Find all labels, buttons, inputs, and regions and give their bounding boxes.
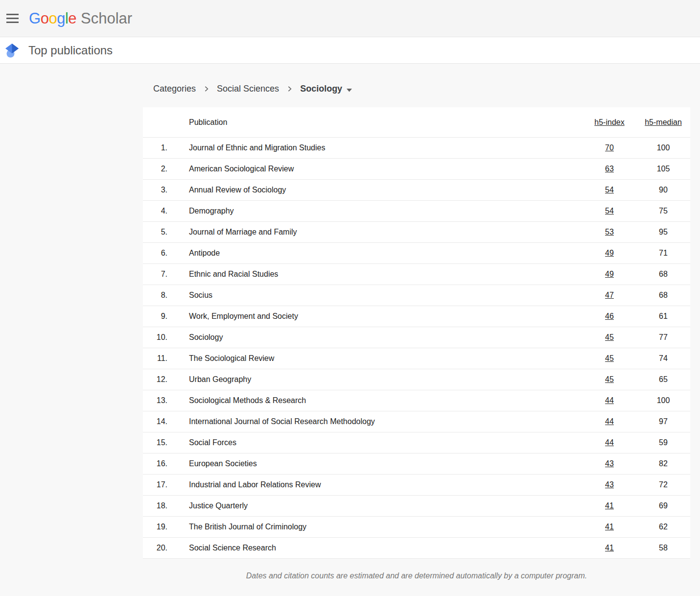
publication-name: Demography: [167, 207, 583, 215]
publication-name: Antipode: [167, 249, 583, 258]
h5-index-link[interactable]: 45: [605, 333, 614, 341]
scholar-logo-text: Scholar: [81, 10, 132, 27]
main-content: Categories Social Sciences Sociology Pub…: [0, 64, 700, 580]
google-logo-letters: Google: [29, 10, 76, 27]
h5-median-value: 105: [636, 165, 690, 173]
publication-name: Industrial and Labor Relations Review: [167, 480, 583, 489]
chevron-right-icon: [203, 85, 210, 93]
h5-median-value: 95: [636, 228, 690, 237]
breadcrumb-social-sciences[interactable]: Social Sciences: [217, 84, 279, 94]
table-row: 16. European Societies 43 82: [143, 453, 690, 474]
table-row: 7. Ethnic and Racial Studies 49 68: [143, 263, 690, 285]
h5-index-link[interactable]: 43: [605, 459, 614, 468]
h5-index-link[interactable]: 44: [605, 417, 614, 426]
h5-median-value: 61: [636, 312, 690, 321]
row-rank: 14.: [143, 417, 167, 426]
h5-median-value: 77: [636, 333, 690, 342]
h5-median-value: 59: [636, 438, 690, 447]
row-rank: 20.: [143, 544, 167, 552]
table-row: 3. Annual Review of Sociology 54 90: [143, 179, 690, 200]
h5-index-link[interactable]: 54: [605, 186, 614, 194]
h5-median-value: 82: [636, 459, 690, 468]
h5-median-value: 75: [636, 207, 690, 215]
row-rank: 12.: [143, 375, 167, 384]
table-row: 11. The Sociological Review 45 74: [143, 348, 690, 369]
row-rank: 19.: [143, 523, 167, 531]
h5-median-value: 68: [636, 291, 690, 300]
publication-name: The Sociological Review: [167, 354, 583, 363]
publication-name: International Journal of Social Research…: [167, 417, 583, 426]
chevron-right-icon: [286, 85, 293, 93]
row-rank: 8.: [143, 291, 167, 300]
footnote: Dates and citation counts are estimated …: [143, 572, 690, 580]
row-rank: 3.: [143, 186, 167, 194]
table-row: 5. Journal of Marriage and Family 53 95: [143, 221, 690, 242]
hamburger-menu-button[interactable]: [0, 7, 24, 30]
breadcrumb: Categories Social Sciences Sociology: [153, 82, 700, 95]
table-row: 20. Social Science Research 41 58: [143, 537, 690, 558]
publication-name: Social Science Research: [167, 544, 583, 552]
h5-median-value: 97: [636, 417, 690, 426]
table-row: 8. Socius 47 68: [143, 285, 690, 306]
table-row: 15. Social Forces 44 59: [143, 432, 690, 453]
publication-name: Justice Quarterly: [167, 501, 583, 510]
publication-name: Social Forces: [167, 438, 583, 447]
publication-name: Annual Review of Sociology: [167, 186, 583, 194]
h5-median-value: 71: [636, 249, 690, 258]
column-header-publication: Publication: [167, 118, 583, 127]
h5-index-link[interactable]: 47: [605, 291, 614, 299]
h5-index-link[interactable]: 46: [605, 312, 614, 320]
h5-index-link[interactable]: 54: [605, 207, 614, 215]
h5-index-link[interactable]: 44: [605, 396, 614, 405]
h5-index-link[interactable]: 44: [605, 438, 614, 447]
h5-median-value: 100: [636, 396, 690, 405]
row-rank: 16.: [143, 459, 167, 468]
table-row: 17. Industrial and Labor Relations Revie…: [143, 474, 690, 495]
page-title: Top publications: [28, 44, 113, 57]
h5-index-link[interactable]: 70: [605, 143, 614, 152]
row-rank: 4.: [143, 207, 167, 215]
h5-index-link[interactable]: 49: [605, 249, 614, 257]
h5-index-link[interactable]: 43: [605, 480, 614, 489]
column-header-h5-index[interactable]: h5-index: [583, 118, 636, 127]
h5-median-value: 62: [636, 523, 690, 531]
row-rank: 18.: [143, 501, 167, 510]
h5-median-value: 65: [636, 375, 690, 384]
table-row: 19. The British Journal of Criminology 4…: [143, 516, 690, 537]
publication-name: Sociology: [167, 333, 583, 342]
h5-median-value: 69: [636, 501, 690, 510]
table-row: 10. Sociology 45 77: [143, 327, 690, 348]
publication-name: Sociological Methods & Research: [167, 396, 583, 405]
row-rank: 5.: [143, 228, 167, 237]
table-header-row: Publication h5-index h5-median: [143, 107, 690, 137]
publication-name: Urban Geography: [167, 375, 583, 384]
row-rank: 17.: [143, 480, 167, 489]
column-header-h5-median[interactable]: h5-median: [636, 118, 690, 127]
scholar-cap-icon: [0, 43, 23, 58]
title-bar: Top publications: [0, 37, 700, 64]
h5-index-link[interactable]: 41: [605, 544, 614, 552]
row-rank: 1.: [143, 143, 167, 152]
table-row: 9. Work, Employment and Society 46 61: [143, 306, 690, 327]
h5-index-link[interactable]: 53: [605, 228, 614, 236]
h5-index-link[interactable]: 45: [605, 354, 614, 362]
h5-index-link[interactable]: 41: [605, 523, 614, 531]
publications-table: Publication h5-index h5-median 1. Journa…: [143, 107, 690, 559]
table-row: 12. Urban Geography 45 65: [143, 369, 690, 390]
table-row: 13. Sociological Methods & Research 44 1…: [143, 390, 690, 411]
h5-index-link[interactable]: 41: [605, 501, 614, 510]
row-rank: 6.: [143, 249, 167, 258]
table-row: 1. Journal of Ethnic and Migration Studi…: [143, 137, 690, 158]
google-scholar-logo[interactable]: Google Scholar: [29, 10, 132, 27]
chevron-down-icon: [347, 84, 352, 95]
h5-index-link[interactable]: 49: [605, 270, 614, 278]
breadcrumb-categories[interactable]: Categories: [153, 84, 196, 94]
row-rank: 7.: [143, 270, 167, 279]
h5-index-link[interactable]: 45: [605, 375, 614, 383]
row-rank: 9.: [143, 312, 167, 321]
publication-name: Ethnic and Racial Studies: [167, 270, 583, 279]
h5-index-link[interactable]: 63: [605, 165, 614, 173]
row-rank: 13.: [143, 396, 167, 405]
breadcrumb-current-sociology[interactable]: Sociology: [300, 83, 352, 95]
table-body: 1. Journal of Ethnic and Migration Studi…: [143, 137, 690, 558]
